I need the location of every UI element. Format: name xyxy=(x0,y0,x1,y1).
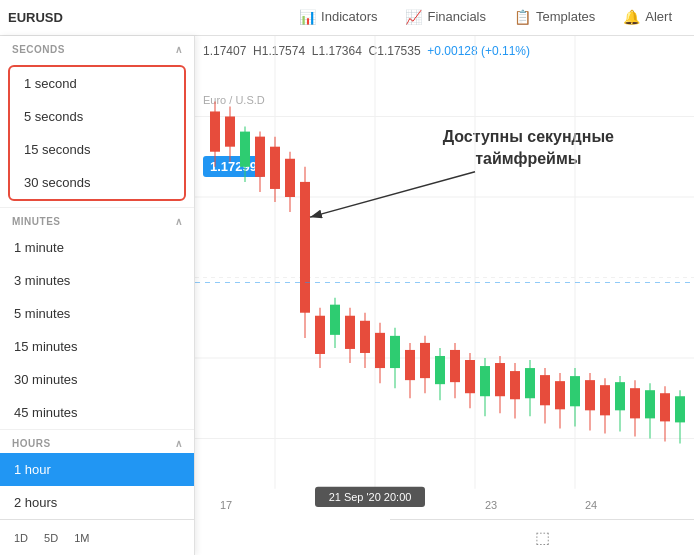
svg-line-79 xyxy=(310,172,475,217)
svg-rect-50 xyxy=(510,371,520,399)
item-15-minutes[interactable]: 15 minutes xyxy=(0,330,194,363)
svg-rect-60 xyxy=(585,380,595,410)
svg-rect-62 xyxy=(600,385,610,415)
svg-rect-48 xyxy=(495,363,505,396)
svg-rect-30 xyxy=(360,321,370,353)
section-seconds-label: SECONDS xyxy=(12,44,65,55)
item-15-seconds[interactable]: 15 seconds xyxy=(10,133,184,166)
svg-rect-46 xyxy=(480,366,490,396)
svg-rect-54 xyxy=(540,375,550,405)
chart-bottom-bar: ⬚ xyxy=(390,519,694,555)
tf-btn-1m[interactable]: 1M xyxy=(68,529,95,547)
symbol-label: EURUSD xyxy=(8,10,63,25)
svg-rect-26 xyxy=(330,305,340,335)
svg-text:23: 23 xyxy=(485,499,497,511)
svg-rect-28 xyxy=(345,316,355,349)
item-45-minutes[interactable]: 45 minutes xyxy=(0,396,194,429)
section-minutes-label: MINUTES xyxy=(12,216,61,227)
indicators-icon: 📊 xyxy=(299,9,316,25)
chart-area: 1.17407 H1.17574 L1.17364 C1.17535 +0.00… xyxy=(195,36,694,555)
tab-templates[interactable]: 📋 Templates xyxy=(500,0,609,36)
section-hours-label: HOURS xyxy=(12,438,51,449)
section-header-hours: HOURS ∧ xyxy=(0,429,194,453)
svg-rect-10 xyxy=(210,111,220,151)
svg-rect-40 xyxy=(435,356,445,384)
svg-rect-38 xyxy=(420,343,430,378)
section-header-minutes: MINUTES ∧ xyxy=(0,207,194,231)
tab-financials[interactable]: 📈 Financials xyxy=(391,0,500,36)
item-1-second[interactable]: 1 second xyxy=(10,67,184,100)
svg-text:17: 17 xyxy=(220,499,232,511)
tab-indicators[interactable]: 📊 Indicators xyxy=(285,0,391,36)
item-1-minute[interactable]: 1 minute xyxy=(0,231,194,264)
svg-rect-68 xyxy=(645,390,655,418)
svg-rect-22 xyxy=(300,182,310,313)
svg-rect-42 xyxy=(450,350,460,382)
dropdown-panel: SECONDS ∧ 1 second 5 seconds 15 seconds … xyxy=(0,36,195,555)
svg-text:24: 24 xyxy=(585,499,597,511)
svg-rect-64 xyxy=(615,382,625,410)
tab-alert[interactable]: 🔔 Alert xyxy=(609,0,686,36)
tab-templates-label: Templates xyxy=(536,9,595,24)
svg-rect-32 xyxy=(375,333,385,368)
chevron-hours-icon: ∧ xyxy=(175,438,183,449)
svg-rect-24 xyxy=(315,316,325,354)
tf-btn-5d[interactable]: 5D xyxy=(38,529,64,547)
chevron-minutes-icon: ∧ xyxy=(175,216,183,227)
seconds-group: 1 second 5 seconds 15 seconds 30 seconds xyxy=(8,65,186,201)
svg-rect-34 xyxy=(390,336,400,368)
svg-rect-70 xyxy=(660,393,670,421)
top-toolbar: EURUSD 📊 Indicators 📈 Financials 📋 Templ… xyxy=(0,0,694,36)
tf-btn-1d[interactable]: 1D xyxy=(8,529,34,547)
export-icon[interactable]: ⬚ xyxy=(535,528,550,547)
tab-financials-label: Financials xyxy=(427,9,486,24)
bottom-timeframe-bar: 1D 5D 1M xyxy=(0,519,195,555)
item-5-seconds[interactable]: 5 seconds xyxy=(10,100,184,133)
item-30-minutes[interactable]: 30 minutes xyxy=(0,363,194,396)
svg-rect-14 xyxy=(240,132,250,167)
svg-rect-36 xyxy=(405,350,415,380)
alert-icon: 🔔 xyxy=(623,9,640,25)
svg-rect-58 xyxy=(570,376,580,406)
svg-rect-72 xyxy=(675,396,685,422)
tab-indicators-label: Indicators xyxy=(321,9,377,24)
item-1-hour[interactable]: 1 hour xyxy=(0,453,194,486)
financials-icon: 📈 xyxy=(405,9,422,25)
svg-text:21 Sep '20  20:00: 21 Sep '20 20:00 xyxy=(329,491,412,503)
svg-rect-52 xyxy=(525,368,535,398)
svg-rect-56 xyxy=(555,381,565,409)
svg-rect-18 xyxy=(270,147,280,189)
toolbar-tabs: 📊 Indicators 📈 Financials 📋 Templates 🔔 … xyxy=(285,0,686,36)
item-5-minutes[interactable]: 5 minutes xyxy=(0,297,194,330)
tab-alert-label: Alert xyxy=(645,9,672,24)
item-30-seconds[interactable]: 30 seconds xyxy=(10,166,184,199)
chart-svg: 21 Sep '20 20:00 17 23 24 xyxy=(195,36,694,519)
chevron-seconds-icon: ∧ xyxy=(175,44,183,55)
svg-rect-66 xyxy=(630,388,640,418)
svg-rect-16 xyxy=(255,137,265,177)
item-3-minutes[interactable]: 3 minutes xyxy=(0,264,194,297)
item-2-hours[interactable]: 2 hours xyxy=(0,486,194,519)
main-layout: SECONDS ∧ 1 second 5 seconds 15 seconds … xyxy=(0,36,694,555)
section-header-seconds: SECONDS ∧ xyxy=(0,36,194,59)
svg-rect-12 xyxy=(225,117,235,147)
svg-rect-44 xyxy=(465,360,475,393)
svg-rect-20 xyxy=(285,159,295,197)
templates-icon: 📋 xyxy=(514,9,531,25)
